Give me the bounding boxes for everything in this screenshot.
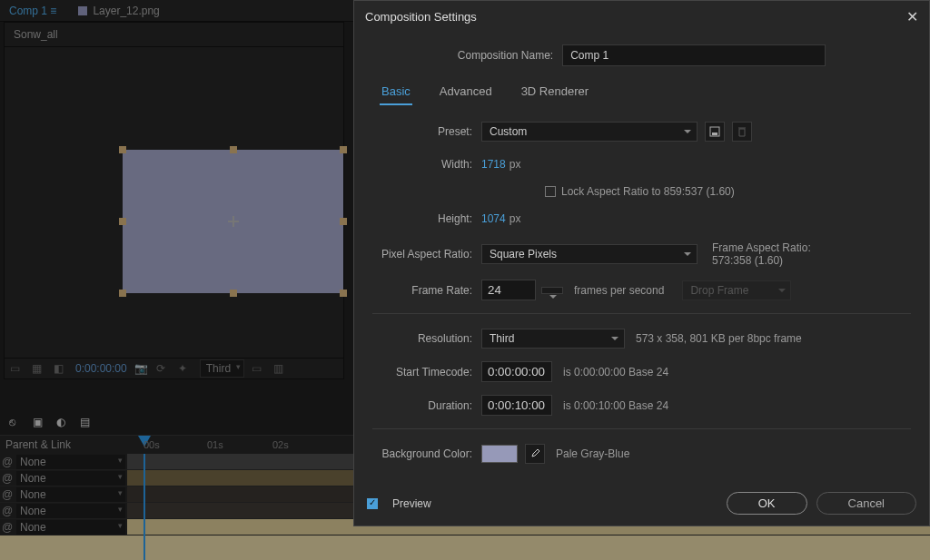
- dialog-title: Composition Settings: [365, 10, 477, 24]
- preview-label: Preview: [392, 497, 431, 510]
- start-timecode-input[interactable]: [481, 361, 552, 382]
- framerate-label: Frame Rate:: [372, 284, 481, 297]
- preset-dropdown[interactable]: Custom: [481, 122, 698, 142]
- height-value[interactable]: 1074: [481, 212, 506, 225]
- preset-label: Preset:: [372, 125, 481, 138]
- composition-settings-dialog: Composition Settings ✕ Composition Name:…: [353, 0, 930, 526]
- comp-name-input[interactable]: [562, 44, 826, 66]
- height-label: Height:: [372, 212, 481, 225]
- comp-name-row: Composition Name:: [354, 32, 929, 79]
- dialog-buttons: Preview OK Cancel: [354, 492, 929, 515]
- duration-label: Duration:: [372, 399, 481, 412]
- eyedropper-button[interactable]: [525, 444, 545, 464]
- bgcolor-name: Pale Gray-Blue: [556, 447, 629, 460]
- tab-basic[interactable]: Basic: [380, 79, 412, 105]
- start-timecode-label: Start Timecode:: [372, 366, 481, 378]
- duration-input[interactable]: [481, 395, 552, 416]
- resolution-label: Resolution:: [372, 332, 481, 345]
- settings-tabs: Basic Advanced 3D Renderer: [354, 79, 929, 105]
- lock-aspect-checkbox[interactable]: [545, 186, 556, 197]
- dropframe-select: Drop Frame: [682, 280, 791, 300]
- width-value[interactable]: 1718: [481, 158, 506, 171]
- frame-ar-label: Frame Aspect Ratio:: [712, 241, 811, 254]
- comp-name-label: Composition Name:: [458, 49, 553, 62]
- delete-preset-button[interactable]: [732, 122, 752, 142]
- tab-3d-renderer[interactable]: 3D Renderer: [519, 79, 590, 105]
- fps-text: frames per second: [574, 284, 664, 297]
- cancel-button[interactable]: Cancel: [816, 492, 916, 515]
- svg-rect-1: [712, 133, 717, 135]
- frame-ar-value: 573:358 (1.60): [712, 254, 811, 267]
- resolution-info: 573 x 358, 801 KB per 8bpc frame: [636, 332, 802, 345]
- lock-aspect-label: Lock Aspect Ratio to 859:537 (1.60): [561, 185, 735, 198]
- framerate-input[interactable]: [481, 280, 536, 300]
- preview-checkbox[interactable]: [367, 498, 378, 509]
- px-unit: px: [510, 158, 521, 171]
- start-timecode-info: is 0:00:00:00 Base 24: [563, 366, 668, 378]
- bgcolor-swatch[interactable]: [481, 445, 518, 463]
- dialog-titlebar: Composition Settings ✕: [354, 1, 929, 32]
- bgcolor-label: Background Color:: [372, 447, 481, 460]
- framerate-dropdown[interactable]: [541, 287, 563, 294]
- close-icon[interactable]: ✕: [906, 8, 918, 25]
- dialog-body: Preset: Custom Width: 1718 px Lock Aspec…: [354, 105, 929, 486]
- tab-advanced[interactable]: Advanced: [438, 79, 494, 105]
- par-dropdown[interactable]: Square Pixels: [481, 244, 698, 264]
- resolution-dropdown[interactable]: Third: [481, 329, 625, 349]
- save-preset-button[interactable]: [705, 122, 725, 142]
- width-label: Width:: [372, 158, 481, 171]
- par-label: Pixel Aspect Ratio:: [372, 248, 481, 260]
- duration-info: is 0:00:10:00 Base 24: [563, 399, 668, 412]
- px-unit: px: [510, 212, 521, 225]
- ok-button[interactable]: OK: [727, 492, 807, 515]
